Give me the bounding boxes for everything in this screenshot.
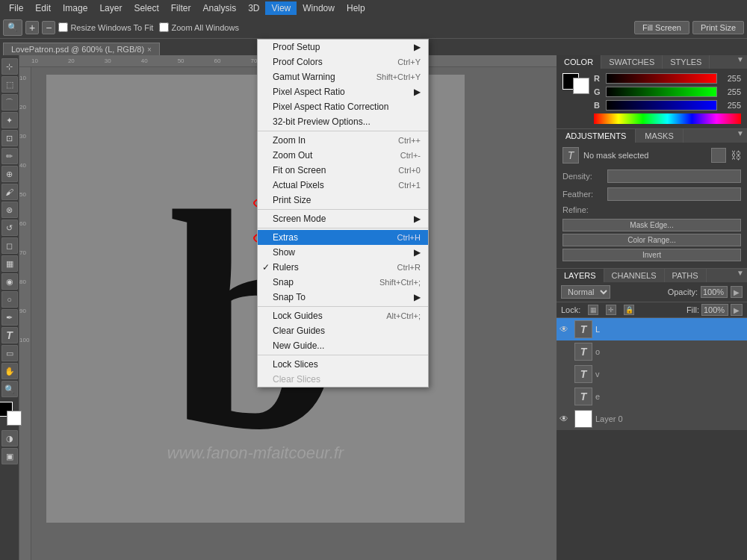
menu-edit[interactable]: Edit — [29, 1, 57, 15]
mask-edge-button[interactable]: Mask Edge... — [562, 219, 741, 231]
lock-slices-item[interactable]: Lock Slices — [258, 357, 428, 372]
fill-input[interactable] — [701, 304, 728, 316]
opacity-arrow[interactable]: ▶ — [731, 286, 743, 298]
menu-image[interactable]: Image — [57, 1, 93, 15]
hand-tool[interactable]: ✋ — [1, 363, 18, 379]
spectrum-bar[interactable] — [594, 113, 741, 124]
zoom-out-button[interactable]: − — [42, 21, 55, 34]
history-tool[interactable]: ↺ — [1, 220, 18, 236]
zoom-tool[interactable]: 🔍 — [1, 381, 18, 397]
color-range-button[interactable]: Color Range... — [562, 234, 741, 246]
red-slider[interactable] — [606, 73, 717, 84]
pixel-aspect-ratio-item[interactable]: Pixel Aspect Ratio ▶ — [258, 84, 428, 99]
zoom-in-button[interactable]: + — [25, 21, 39, 34]
lock-pixels-icon[interactable]: ▦ — [588, 305, 598, 315]
layer-visibility-o[interactable]: 👁 — [560, 346, 571, 357]
tab-channels[interactable]: CHANNELS — [604, 269, 665, 282]
menu-window[interactable]: Window — [297, 1, 341, 15]
shape-tool[interactable]: ▭ — [1, 345, 18, 361]
mask-options-icon[interactable]: ⛓ — [731, 149, 741, 161]
extras-item[interactable]: Extras Ctrl+H — [258, 230, 428, 245]
density-field[interactable] — [607, 169, 741, 183]
layer-row-o[interactable]: 👁 T o — [557, 340, 747, 363]
layer-visibility-v[interactable]: 👁 — [560, 369, 571, 379]
layer-row-L[interactable]: 👁 T L — [557, 318, 747, 340]
layer-row-layer0[interactable]: 👁 Layer 0 — [557, 408, 747, 430]
clear-guides-item[interactable]: Clear Guides — [258, 323, 428, 338]
menu-filter[interactable]: Filter — [165, 1, 197, 15]
32bit-preview-item[interactable]: 32-bit Preview Options... — [258, 114, 428, 129]
blur-tool[interactable]: ◉ — [1, 273, 18, 290]
screen-mode-item[interactable]: Screen Mode ▶ — [258, 211, 428, 226]
fill-arrow[interactable]: ▶ — [731, 304, 743, 316]
green-slider[interactable] — [606, 87, 717, 97]
clone-tool[interactable]: ⊗ — [1, 202, 18, 218]
gradient-tool[interactable]: ▦ — [1, 255, 18, 272]
zoom-in-item[interactable]: Zoom In Ctrl++ — [258, 133, 428, 148]
quick-mask-tool[interactable]: ◑ — [1, 430, 18, 447]
dodge-tool[interactable]: ○ — [1, 291, 18, 308]
snap-to-item[interactable]: Snap To ▶ — [258, 290, 428, 305]
lock-position-icon[interactable]: ✛ — [606, 305, 616, 315]
menu-3d[interactable]: 3D — [242, 1, 265, 15]
document-tab[interactable]: LovePatron.psd @ 600% (L, RGB/8) × — [3, 43, 160, 55]
blend-mode-select[interactable]: Normal — [561, 285, 610, 299]
rulers-item[interactable]: ✓ Rulers Ctrl+R — [258, 260, 428, 275]
healing-tool[interactable]: ⊕ — [1, 166, 18, 182]
pixel-aspect-correction-item[interactable]: Pixel Aspect Ratio Correction — [258, 99, 428, 114]
tab-styles[interactable]: STYLES — [663, 55, 710, 69]
tab-swatches[interactable]: SWATCHES — [601, 55, 663, 69]
print-size-item[interactable]: Print Size — [258, 193, 428, 208]
tab-paths[interactable]: PATHS — [665, 269, 707, 282]
show-item[interactable]: Show ▶ — [258, 245, 428, 260]
opacity-input[interactable] — [701, 286, 728, 298]
lasso-tool[interactable]: ⌒ — [1, 94, 18, 111]
background-color[interactable] — [7, 411, 22, 426]
snap-item[interactable]: Snap Shift+Ctrl+; — [258, 275, 428, 290]
proof-setup-item[interactable]: Proof Setup ▶ — [258, 40, 428, 55]
eyedropper-tool[interactable]: ✏ — [1, 148, 18, 164]
layer-visibility-e[interactable]: 👁 — [560, 391, 571, 402]
fit-on-screen-item[interactable]: Fit on Screen Ctrl+0 — [258, 163, 428, 178]
print-size-button[interactable]: Print Size — [692, 21, 744, 34]
crop-tool[interactable]: ⊡ — [1, 130, 18, 146]
invert-button[interactable]: Invert — [562, 249, 741, 261]
search-button[interactable]: 🔍 — [3, 19, 22, 36]
zoom-out-item[interactable]: Zoom Out Ctrl+- — [258, 148, 428, 163]
proof-colors-item[interactable]: Proof Colors Ctrl+Y — [258, 55, 428, 69]
text-tool[interactable]: T — [1, 327, 18, 343]
tab-color[interactable]: COLOR — [557, 55, 601, 69]
adjustments-panel-collapse[interactable]: ▼ — [734, 129, 747, 143]
mask-thumbnail[interactable] — [711, 148, 726, 163]
color-panel-collapse[interactable]: ▼ — [734, 55, 747, 69]
new-guide-item[interactable]: New Guide... — [258, 338, 428, 353]
marquee-tool[interactable]: ⬚ — [1, 76, 18, 93]
layer-visibility-layer0[interactable]: 👁 — [560, 414, 571, 424]
resize-windows-checkbox[interactable]: Resize Windows To Fit — [58, 22, 153, 32]
layer-visibility-L[interactable]: 👁 — [560, 324, 571, 335]
blue-slider[interactable] — [606, 100, 717, 111]
menu-view[interactable]: View — [265, 1, 297, 15]
eraser-tool[interactable]: ◻ — [1, 237, 18, 254]
fill-screen-button[interactable]: Fill Screen — [634, 21, 689, 34]
brush-tool[interactable]: 🖌 — [1, 184, 18, 200]
gamut-warning-item[interactable]: Gamut Warning Shift+Ctrl+Y — [258, 69, 428, 84]
feather-field[interactable] — [607, 187, 741, 201]
menu-help[interactable]: Help — [341, 1, 371, 15]
zoom-all-checkbox[interactable]: Zoom All Windows — [159, 22, 238, 32]
tab-close-button[interactable]: × — [147, 46, 152, 54]
layer-row-v[interactable]: 👁 T v — [557, 363, 747, 385]
lock-guides-item[interactable]: Lock Guides Alt+Ctrl+; — [258, 308, 428, 323]
layer-row-e[interactable]: 👁 T e — [557, 385, 747, 408]
lock-all-icon[interactable]: 🔒 — [624, 305, 634, 315]
actual-pixels-item[interactable]: Actual Pixels Ctrl+1 — [258, 178, 428, 193]
magic-wand-tool[interactable]: ✦ — [1, 112, 18, 128]
menu-analysis[interactable]: Analysis — [196, 1, 242, 15]
foreground-background-colors[interactable] — [562, 73, 589, 94]
screen-mode-tool[interactable]: ▣ — [1, 448, 18, 464]
tab-adjustments[interactable]: ADJUSTMENTS — [557, 129, 636, 143]
menu-select[interactable]: Select — [128, 1, 164, 15]
tab-masks[interactable]: MASKS — [636, 129, 684, 143]
layers-panel-collapse[interactable]: ▼ — [734, 269, 747, 282]
menu-file[interactable]: File — [3, 1, 29, 15]
